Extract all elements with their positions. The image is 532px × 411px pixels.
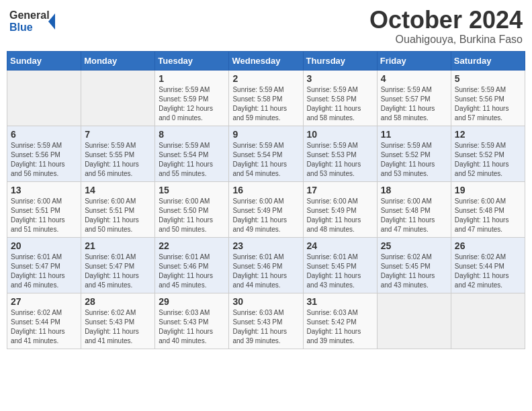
day-info: Sunrise: 6:00 AM Sunset: 5:49 PM Dayligh… xyxy=(232,197,299,234)
weekday-header-friday: Friday xyxy=(377,51,451,70)
day-number: 12 xyxy=(455,129,521,140)
calendar-week-row: 6Sunrise: 5:59 AM Sunset: 5:56 PM Daylig… xyxy=(7,126,525,181)
calendar-cell: 26Sunrise: 6:02 AM Sunset: 5:44 PM Dayli… xyxy=(451,237,525,293)
day-number: 21 xyxy=(85,240,151,251)
day-info: Sunrise: 5:59 AM Sunset: 5:53 PM Dayligh… xyxy=(307,141,373,179)
weekday-header-thursday: Thursday xyxy=(303,51,377,70)
calendar-cell: 29Sunrise: 6:03 AM Sunset: 5:43 PM Dayli… xyxy=(155,293,229,349)
calendar-cell: 6Sunrise: 5:59 AM Sunset: 5:56 PM Daylig… xyxy=(7,126,81,181)
day-number: 28 xyxy=(85,296,151,307)
calendar-cell: 31Sunrise: 6:03 AM Sunset: 5:42 PM Dayli… xyxy=(303,293,377,349)
calendar-cell: 25Sunrise: 6:02 AM Sunset: 5:45 PM Dayli… xyxy=(377,237,451,293)
weekday-header-tuesday: Tuesday xyxy=(155,51,229,70)
day-info: Sunrise: 5:59 AM Sunset: 5:54 PM Dayligh… xyxy=(232,141,299,179)
day-number: 24 xyxy=(307,240,373,251)
day-number: 19 xyxy=(455,185,521,195)
day-info: Sunrise: 6:01 AM Sunset: 5:45 PM Dayligh… xyxy=(307,253,373,290)
calendar-cell: 7Sunrise: 5:59 AM Sunset: 5:55 PM Daylig… xyxy=(81,126,155,181)
day-info: Sunrise: 6:02 AM Sunset: 5:45 PM Dayligh… xyxy=(381,253,447,290)
day-number: 8 xyxy=(159,129,225,140)
day-number: 22 xyxy=(159,240,225,251)
calendar-table: SundayMondayTuesdayWednesdayThursdayFrid… xyxy=(7,51,525,349)
day-info: Sunrise: 6:03 AM Sunset: 5:43 PM Dayligh… xyxy=(159,308,225,346)
day-info: Sunrise: 6:00 AM Sunset: 5:50 PM Dayligh… xyxy=(159,197,225,234)
calendar-cell xyxy=(377,293,451,349)
svg-text:General: General xyxy=(9,9,50,21)
day-number: 29 xyxy=(159,296,225,307)
day-info: Sunrise: 6:01 AM Sunset: 5:47 PM Dayligh… xyxy=(85,253,151,290)
day-number: 4 xyxy=(381,73,447,84)
day-number: 13 xyxy=(11,185,77,195)
day-info: Sunrise: 5:59 AM Sunset: 5:56 PM Dayligh… xyxy=(11,141,77,179)
calendar-cell: 21Sunrise: 6:01 AM Sunset: 5:47 PM Dayli… xyxy=(81,237,155,293)
calendar-cell: 16Sunrise: 6:00 AM Sunset: 5:49 PM Dayli… xyxy=(229,181,303,237)
day-number: 15 xyxy=(159,185,225,195)
calendar-week-row: 20Sunrise: 6:01 AM Sunset: 5:47 PM Dayli… xyxy=(7,237,525,293)
day-number: 11 xyxy=(381,129,447,140)
location: Ouahigouya, Burkina Faso xyxy=(369,34,523,46)
day-number: 31 xyxy=(307,296,373,307)
logo-icon: GeneralBlue xyxy=(9,7,63,36)
calendar-cell: 22Sunrise: 6:01 AM Sunset: 5:46 PM Dayli… xyxy=(155,237,229,293)
calendar-cell: 18Sunrise: 6:00 AM Sunset: 5:48 PM Dayli… xyxy=(377,181,451,237)
day-info: Sunrise: 5:59 AM Sunset: 5:52 PM Dayligh… xyxy=(381,141,447,179)
day-number: 27 xyxy=(11,296,77,307)
day-info: Sunrise: 6:02 AM Sunset: 5:43 PM Dayligh… xyxy=(85,308,151,346)
day-info: Sunrise: 6:02 AM Sunset: 5:44 PM Dayligh… xyxy=(455,253,521,290)
weekday-header-monday: Monday xyxy=(81,51,155,70)
calendar-cell: 28Sunrise: 6:02 AM Sunset: 5:43 PM Dayli… xyxy=(81,293,155,349)
page-header: GeneralBlue October 2024 Ouahigouya, Bur… xyxy=(7,7,525,46)
calendar-cell: 14Sunrise: 6:00 AM Sunset: 5:51 PM Dayli… xyxy=(81,181,155,237)
day-info: Sunrise: 6:03 AM Sunset: 5:43 PM Dayligh… xyxy=(232,308,299,346)
calendar-cell: 2Sunrise: 5:59 AM Sunset: 5:58 PM Daylig… xyxy=(229,70,303,126)
day-number: 9 xyxy=(232,129,299,140)
calendar-cell: 23Sunrise: 6:01 AM Sunset: 5:46 PM Dayli… xyxy=(229,237,303,293)
calendar-week-row: 1Sunrise: 5:59 AM Sunset: 5:59 PM Daylig… xyxy=(7,70,525,126)
day-info: Sunrise: 5:59 AM Sunset: 5:59 PM Dayligh… xyxy=(159,85,225,123)
day-info: Sunrise: 6:01 AM Sunset: 5:46 PM Dayligh… xyxy=(232,253,299,290)
day-info: Sunrise: 5:59 AM Sunset: 5:52 PM Dayligh… xyxy=(455,141,521,179)
day-info: Sunrise: 6:00 AM Sunset: 5:48 PM Dayligh… xyxy=(455,197,521,234)
day-number: 26 xyxy=(455,240,521,251)
day-number: 16 xyxy=(232,185,299,195)
day-info: Sunrise: 5:59 AM Sunset: 5:58 PM Dayligh… xyxy=(232,85,299,123)
day-number: 3 xyxy=(307,73,373,84)
calendar-week-row: 27Sunrise: 6:02 AM Sunset: 5:44 PM Dayli… xyxy=(7,293,525,349)
title-block: October 2024 Ouahigouya, Burkina Faso xyxy=(369,7,523,46)
weekday-header-saturday: Saturday xyxy=(451,51,525,70)
month-title: October 2024 xyxy=(369,7,523,34)
svg-text:Blue: Blue xyxy=(9,21,33,33)
day-info: Sunrise: 6:00 AM Sunset: 5:51 PM Dayligh… xyxy=(11,197,77,234)
day-number: 10 xyxy=(307,129,373,140)
calendar-cell xyxy=(451,293,525,349)
calendar-cell: 10Sunrise: 5:59 AM Sunset: 5:53 PM Dayli… xyxy=(303,126,377,181)
day-info: Sunrise: 6:00 AM Sunset: 5:51 PM Dayligh… xyxy=(85,197,151,234)
calendar-cell: 13Sunrise: 6:00 AM Sunset: 5:51 PM Dayli… xyxy=(7,181,81,237)
day-info: Sunrise: 6:03 AM Sunset: 5:42 PM Dayligh… xyxy=(307,308,373,346)
weekday-header-sunday: Sunday xyxy=(7,51,81,70)
day-number: 18 xyxy=(381,185,447,195)
calendar-cell: 3Sunrise: 5:59 AM Sunset: 5:58 PM Daylig… xyxy=(303,70,377,126)
day-number: 25 xyxy=(381,240,447,251)
calendar-cell: 27Sunrise: 6:02 AM Sunset: 5:44 PM Dayli… xyxy=(7,293,81,349)
calendar-cell: 19Sunrise: 6:00 AM Sunset: 5:48 PM Dayli… xyxy=(451,181,525,237)
calendar-week-row: 13Sunrise: 6:00 AM Sunset: 5:51 PM Dayli… xyxy=(7,181,525,237)
weekday-header-row: SundayMondayTuesdayWednesdayThursdayFrid… xyxy=(7,51,525,70)
calendar-cell: 1Sunrise: 5:59 AM Sunset: 5:59 PM Daylig… xyxy=(155,70,229,126)
day-number: 2 xyxy=(232,73,299,84)
weekday-header-wednesday: Wednesday xyxy=(229,51,303,70)
day-info: Sunrise: 6:00 AM Sunset: 5:48 PM Dayligh… xyxy=(381,197,447,234)
day-number: 23 xyxy=(232,240,299,251)
day-number: 7 xyxy=(85,129,151,140)
calendar-cell: 17Sunrise: 6:00 AM Sunset: 5:49 PM Dayli… xyxy=(303,181,377,237)
day-info: Sunrise: 5:59 AM Sunset: 5:56 PM Dayligh… xyxy=(455,85,521,123)
calendar-cell: 11Sunrise: 5:59 AM Sunset: 5:52 PM Dayli… xyxy=(377,126,451,181)
calendar-cell: 30Sunrise: 6:03 AM Sunset: 5:43 PM Dayli… xyxy=(229,293,303,349)
calendar-cell: 12Sunrise: 5:59 AM Sunset: 5:52 PM Dayli… xyxy=(451,126,525,181)
day-number: 6 xyxy=(11,129,77,140)
logo: GeneralBlue xyxy=(9,7,63,36)
calendar-cell: 4Sunrise: 5:59 AM Sunset: 5:57 PM Daylig… xyxy=(377,70,451,126)
day-info: Sunrise: 5:59 AM Sunset: 5:57 PM Dayligh… xyxy=(381,85,447,123)
day-info: Sunrise: 5:59 AM Sunset: 5:55 PM Dayligh… xyxy=(85,141,151,179)
day-info: Sunrise: 5:59 AM Sunset: 5:54 PM Dayligh… xyxy=(159,141,225,179)
